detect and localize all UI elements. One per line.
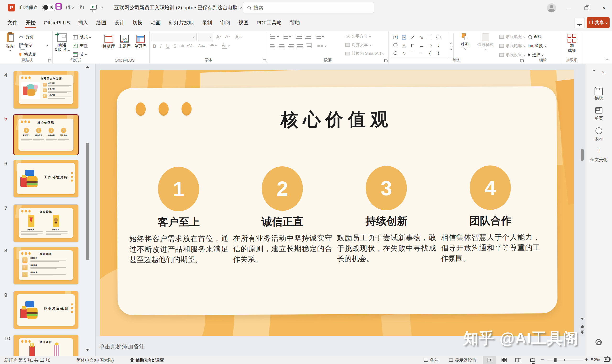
panel-item-assets[interactable]: 素材 [586, 127, 612, 142]
panel-item-beautify[interactable]: ⑂ 全文美化 [586, 147, 612, 163]
theme-library-button[interactable]: Aa主题库 [117, 35, 132, 49]
align-center-button[interactable] [279, 43, 285, 48]
thumbnail-scrollbar[interactable] [85, 64, 90, 356]
tab-record[interactable]: 录制 [198, 17, 216, 29]
zoom-in-button[interactable]: + [585, 356, 588, 363]
format-painter-button[interactable]: 格式刷 [19, 52, 36, 57]
scroll-down-icon[interactable] [86, 349, 89, 351]
share-button[interactable]: 共享 [587, 17, 610, 28]
tab-insert[interactable]: 插入 [74, 17, 92, 29]
slide-title[interactable]: 核心价值观 [117, 107, 557, 133]
bullets-button[interactable] [270, 34, 278, 39]
undo-button[interactable]: ↺ [65, 3, 73, 12]
shrink-font-button[interactable]: A˅ [225, 34, 230, 39]
text-direction-button[interactable]: ↓A文字方向 [345, 33, 371, 39]
scroll-up-icon[interactable] [86, 66, 89, 68]
slide-counter[interactable]: 幻灯片 第 5 张, 共 12 张 [4, 357, 50, 363]
numbering-button[interactable] [282, 34, 291, 39]
comments-button[interactable] [574, 17, 585, 28]
shape-line-icon[interactable] [408, 33, 417, 41]
tab-slideshow[interactable]: 幻灯片放映 [165, 17, 198, 29]
shape-textbox-icon[interactable]: A [391, 33, 400, 41]
copy-dropdown-icon[interactable] [46, 45, 48, 47]
notes-placeholder[interactable]: 单击此处添加备注 [99, 343, 145, 350]
shape-freeform-icon[interactable] [391, 49, 400, 57]
slide-thumbnail-5-selected[interactable]: 核心价值观 1 2 3 4 客户至上 诚信正直 持续创新 团队合作 [13, 115, 78, 155]
columns-button[interactable] [317, 43, 326, 48]
shapes-gallery-scrollbar[interactable] [448, 33, 454, 58]
select-button[interactable]: 选择 [528, 52, 543, 58]
align-text-button[interactable]: 对齐文本 [345, 42, 371, 48]
tab-help[interactable]: 帮助 [286, 17, 304, 29]
slide-thumbnail-9[interactable]: 职业发展规划 [13, 291, 78, 329]
grow-font-button[interactable]: A˄ [216, 34, 221, 40]
clear-formatting-button[interactable]: A◇ [235, 34, 242, 40]
slide-canvas[interactable]: 核心价值观 1 客户至上 始终将客户需求放在首位，通过不断改进产品和服务来满足甚… [100, 70, 574, 336]
user-avatar[interactable] [547, 3, 556, 13]
shape-arc-icon[interactable]: ⌒ [408, 49, 417, 57]
shape-rounded-rectangle-icon[interactable] [391, 41, 400, 49]
reading-view-button[interactable] [512, 356, 524, 364]
accessibility-status[interactable]: 辅助功能: 调查 [130, 357, 164, 363]
shape-arrow-icon[interactable]: ↘ [417, 33, 426, 41]
text-shadow-button[interactable]: S [173, 43, 177, 49]
tab-home[interactable]: 开始 [22, 17, 40, 29]
autosave-toggle[interactable]: 关 [42, 4, 57, 11]
value-column-4[interactable]: 4 团队合作 相信集体智慧大于个人能力，倡导开放沟通和平等尊重的工作氛围。 [441, 165, 540, 264]
slide-thumbnail-7[interactable]: 办公设施 硬件配置 软件工具 [13, 204, 78, 242]
paste-button[interactable]: 粘贴 [3, 33, 17, 51]
shape-rectangle-icon[interactable] [426, 33, 434, 41]
close-button[interactable]: × [599, 5, 609, 11]
display-settings-button[interactable]: 显示器设置 [449, 357, 476, 363]
slide-thumbnail-4[interactable]: 公司历史与发展 1 成立背景 2 发展历程 3 未来展望 [13, 71, 78, 109]
document-title[interactable]: 互联网公司新员工入职培训 (2).pptx • 已保存到这台电脑 [114, 4, 241, 11]
clipboard-dialog-launcher-icon[interactable] [48, 59, 51, 62]
notes-pane[interactable]: 单击此处添加备注 [96, 336, 585, 356]
shape-oval-icon[interactable] [434, 33, 443, 41]
value-column-2[interactable]: 2 诚信正直 在所有业务活动中坚持诚实守信的原则，建立长期稳定的合作关系。 [233, 166, 332, 265]
customize-toolbar-button[interactable] [101, 6, 103, 8]
strikethrough-button[interactable]: ab [179, 43, 185, 48]
search-bar[interactable] [243, 2, 374, 13]
shape-elbow-arrow-icon[interactable] [417, 41, 426, 49]
layout-button[interactable]: 版式 [73, 34, 91, 40]
shape-down-arrow-icon[interactable]: ⇓ [434, 41, 443, 49]
tab-file[interactable]: 文件 [3, 17, 22, 29]
minimize-button[interactable] [564, 5, 573, 11]
shape-curve-icon[interactable]: ~ [417, 49, 426, 57]
zoom-slider[interactable] [547, 360, 583, 360]
distribute-button[interactable] [306, 43, 312, 48]
shape-right-arrow-icon[interactable]: ⇒ [426, 41, 434, 49]
start-slideshow-button[interactable] [90, 5, 97, 10]
scrollbar-thumb[interactable] [581, 149, 584, 161]
line-spacing-button[interactable]: ↕ [315, 34, 324, 39]
tab-animations[interactable]: 动画 [146, 17, 165, 29]
reset-button[interactable]: 重置 [73, 43, 88, 49]
font-color-button[interactable]: A [222, 42, 230, 49]
tab-view[interactable]: 视图 [234, 17, 252, 29]
scroll-down-icon[interactable] [581, 318, 584, 320]
shape-elbow-connector-icon[interactable] [408, 41, 417, 49]
page-library-button[interactable]: 单页库 [133, 35, 148, 49]
align-left-button[interactable] [270, 43, 275, 48]
font-dialog-launcher-icon[interactable] [263, 59, 266, 62]
increase-indent-button[interactable] [305, 34, 311, 39]
copy-button[interactable]: 复制 [19, 42, 33, 48]
scrollbar-thumb[interactable] [86, 143, 89, 260]
shapes-gallery[interactable]: A A ↘ △ ⇒ ⇓ ∿ ⌒ ~ { } [391, 33, 448, 58]
slide-thumbnail-6[interactable]: 工作环境介绍 [13, 160, 78, 197]
find-button[interactable]: 查找 [528, 34, 541, 39]
panel-item-template[interactable]: 模板 [586, 87, 612, 101]
normal-view-button[interactable] [483, 356, 496, 364]
highlight-color-button[interactable] [210, 44, 217, 46]
arrange-button[interactable]: 排列 [457, 33, 473, 50]
replace-button[interactable]: bc替换 [528, 43, 546, 49]
section-button[interactable]: 节 [73, 52, 87, 57]
slideshow-view-button[interactable] [526, 356, 539, 364]
decrease-indent-button[interactable] [296, 34, 302, 39]
undo-dropdown-icon[interactable] [72, 7, 74, 9]
fit-slide-to-window-icon[interactable] [604, 357, 610, 362]
shape-vertical-textbox-icon[interactable]: A [400, 33, 408, 41]
change-case-button[interactable]: Aa [197, 43, 205, 48]
tab-officeplus[interactable]: OfficePLUS [40, 17, 74, 29]
